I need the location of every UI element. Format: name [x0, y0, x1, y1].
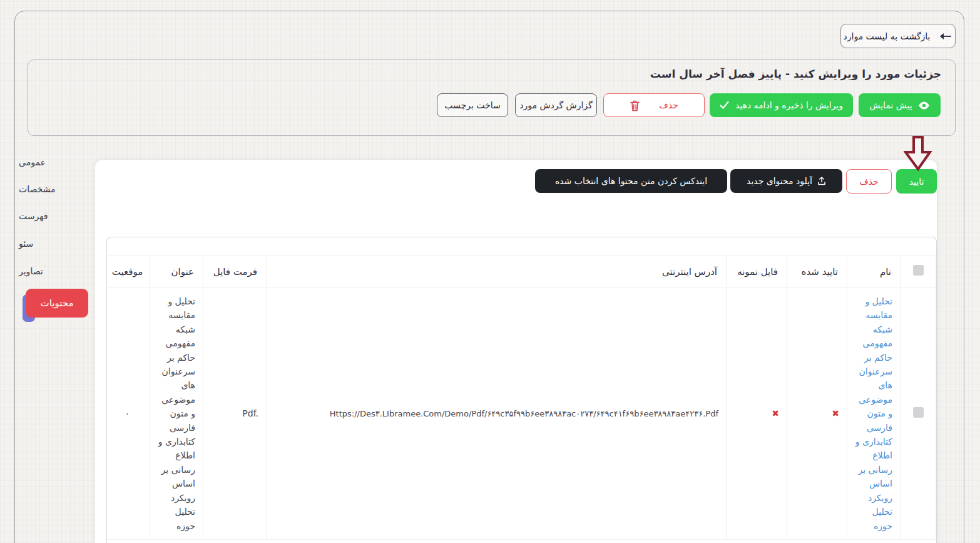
sidebar-item-contents-label: محتویات: [41, 297, 74, 309]
sidebar-item-images[interactable]: تصاویر: [19, 266, 76, 279]
col-approved: تایید شده: [787, 256, 847, 288]
col-position: موقعیت: [106, 256, 150, 288]
back-to-list-button[interactable]: بازگشت به لیست موارد: [840, 24, 956, 48]
trash-icon: [630, 100, 640, 111]
sidebar-item-seo[interactable]: سئو: [19, 239, 76, 251]
col-url: آدرس اینترنتی: [267, 256, 727, 288]
save-and-continue-button[interactable]: ویرایش را ذخیره و ادامه دهید: [710, 93, 853, 117]
select-all-header: [901, 256, 936, 288]
create-label-label: ساخت برچسب: [444, 100, 500, 110]
back-to-list-label: بازگشت به لیست موارد: [844, 31, 931, 41]
select-all-checkbox[interactable]: [913, 265, 924, 276]
row-checkbox[interactable]: [913, 407, 924, 418]
row-name-cell: تحلیل و مقایسه شبکه مفهومی حاکم بر سرعنو…: [847, 288, 901, 540]
file-format-text: Pdf.: [242, 408, 258, 418]
content-table-wrapper: نام تایید شده فایل نمونه آدرس اینترنتی ف…: [106, 237, 937, 543]
annotation-arrow-icon: [904, 135, 932, 172]
row-position-cell: ۰: [106, 288, 150, 540]
preview-button[interactable]: پیش نمایش: [859, 93, 941, 117]
delete-item-button[interactable]: حذف: [603, 93, 705, 117]
sidebar-item-general[interactable]: عمومی: [19, 157, 76, 170]
check-icon: [720, 101, 729, 109]
row-approved-cell: ✖: [787, 288, 847, 540]
approve-label: تایید: [909, 177, 924, 187]
content-name-link[interactable]: تحلیل و مقایسه شبکه مفهومی حاکم بر سرعنو…: [855, 294, 892, 533]
sidebar-item-general-label: عمومی: [19, 157, 46, 167]
create-label-button[interactable]: ساخت برچسب: [437, 93, 508, 117]
col-name: نام: [847, 256, 901, 288]
table-header-row: نام تایید شده فایل نمونه آدرس اینترنتی ف…: [106, 256, 936, 288]
sidebar-item-index[interactable]: فهرست: [19, 211, 76, 224]
row-url-cell: Https://Des۳.LIbramee.Com/Demo/Pdf/۶۴۹c۳…: [267, 288, 727, 540]
sample-file-x-icon: ✖: [772, 408, 779, 418]
sidebar-item-specifications[interactable]: مشخصات: [19, 184, 76, 197]
sidebar-item-images-label: تصاویر: [19, 266, 43, 276]
index-selected-content-label: ایندکس کردن متن محتوا های انتخاب شده: [555, 176, 707, 186]
delete-content-label: حذف: [859, 177, 879, 187]
save-label: ویرایش را ذخیره و ادامه دهید: [735, 100, 843, 110]
sidebar-item-contents[interactable]: محتویات: [26, 289, 88, 318]
row-sample-file-cell: ✖: [727, 288, 787, 540]
row-file-format-cell: Pdf.: [203, 288, 267, 540]
col-file-format: فرمت فایل: [203, 256, 267, 288]
approve-button[interactable]: تایید: [896, 169, 937, 194]
page-title: جزئیات مورد را ویرایش کنید - پاییز فصل آ…: [650, 68, 941, 80]
item-header-panel: جزئیات مورد را ویرایش کنید - پاییز فصل آ…: [28, 59, 956, 136]
index-selected-content-button[interactable]: ایندکس کردن متن محتوا های انتخاب شده: [535, 169, 727, 193]
approved-x-icon: ✖: [832, 408, 839, 418]
title-text: تحلیل و مقایسه شبکه مفهومی حاکم بر سرعنو…: [157, 294, 195, 533]
upload-new-content-button[interactable]: آپلود محتوای جدید: [730, 169, 842, 193]
eye-icon: [918, 101, 930, 110]
position-text: ۰: [125, 408, 130, 418]
upload-new-content-label: آپلود محتوای جدید: [747, 176, 812, 186]
col-sample-file: فایل نمونه: [727, 256, 787, 288]
col-title: عنوان: [150, 256, 203, 288]
row-select-cell: [901, 288, 936, 540]
url-text: Https://Des۳.LIbramee.Com/Demo/Pdf/۶۴۹c۳…: [330, 409, 718, 418]
delete-content-button[interactable]: حذف: [846, 169, 892, 194]
content-table: نام تایید شده فایل نمونه آدرس اینترنتی ف…: [106, 255, 936, 540]
table-row: تحلیل و مقایسه شبکه مفهومی حاکم بر سرعنو…: [106, 288, 936, 540]
workflow-report-label: گزارش گردش مورد: [519, 100, 592, 110]
upload-icon: [817, 177, 826, 185]
sidebar-item-index-label: فهرست: [19, 211, 48, 221]
sidebar-item-seo-label: سئو: [19, 239, 33, 249]
sidebar-item-specifications-label: مشخصات: [19, 184, 56, 194]
delete-item-label: حذف: [659, 100, 678, 110]
row-title-cell: تحلیل و مقایسه شبکه مفهومی حاکم بر سرعنو…: [150, 288, 203, 540]
workflow-report-button[interactable]: گزارش گردش مورد: [515, 93, 597, 117]
arrow-left-icon: [937, 33, 952, 40]
preview-label: پیش نمایش: [869, 100, 912, 110]
